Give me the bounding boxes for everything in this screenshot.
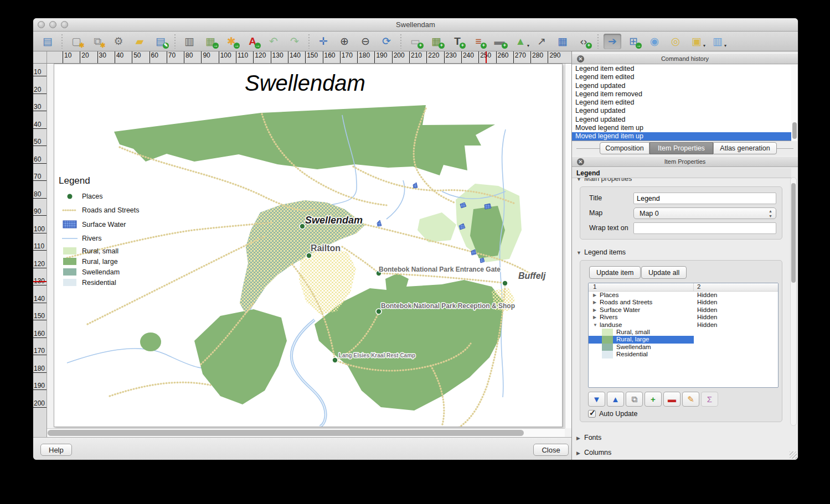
add-shape-icon[interactable]: ▲▾ [512,34,529,49]
update-all-button[interactable]: Update all [641,266,687,279]
h-ruler-tick: 130 [271,51,283,63]
help-button[interactable]: Help [40,444,72,456]
tree-row[interactable]: ▶Roads and StreetsHidden [589,299,778,306]
tree-row[interactable]: ▶Surface WaterHidden [589,306,778,314]
map-select[interactable]: Map 0 ▲▼ [633,207,776,219]
command-history-item[interactable]: Legend item edited [572,65,791,73]
print-icon[interactable]: ▥ [181,34,198,49]
align-items-icon[interactable]: ▥▾ [709,34,726,49]
map-item[interactable]: Swellendam [54,64,562,427]
zoom-out-icon[interactable]: ⊖ [357,34,374,49]
map-legend-item[interactable]: Legend Places Roads and Streets Surface … [59,175,140,287]
export-image-icon[interactable]: ▦→ [202,34,219,49]
count-features-icon[interactable]: Σ [701,392,718,407]
refresh-icon[interactable]: ⟳ [378,34,395,49]
tree-row[interactable]: Rural, small [589,329,778,336]
tree-expander-icon[interactable]: ▼ [589,321,596,329]
canvas-vertical-scrollbar[interactable] [565,64,571,428]
titlebar[interactable]: Swellendam [33,18,798,32]
item-properties-close-icon[interactable]: ✕ [577,158,584,165]
undo-icon[interactable]: ↶ [265,34,282,49]
duplicate-composition-icon[interactable]: ⧉✱ [89,34,106,49]
columns-section-header[interactable]: ▶Columns [576,449,611,456]
edit-item-icon[interactable]: ✎ [682,392,699,407]
move-up-icon[interactable]: ▲ [607,392,624,407]
add-legend-icon[interactable]: ≡+ [470,34,487,49]
select-move-item-icon[interactable]: ➔ [604,34,621,49]
legend-items-section-header[interactable]: ▼Legend items [576,248,626,256]
update-item-button[interactable]: Update item [589,266,641,279]
tree-row[interactable]: ▼landuseHidden [589,321,778,329]
move-down-icon[interactable]: ▼ [588,392,605,407]
ungroup-items-icon[interactable]: ◎ [667,34,684,49]
tree-expander-icon[interactable]: ▶ [589,306,596,314]
paste-item-icon[interactable]: ⧉ [626,392,643,407]
close-button[interactable]: Close [533,444,569,456]
wrap-text-field[interactable] [633,222,776,234]
add-scalebar-icon[interactable]: ▬+ [491,34,508,49]
panel-scroll-thumb[interactable] [791,183,796,283]
command-history-item[interactable]: Moved legend item up [572,124,791,132]
add-map-icon[interactable]: ▭+ [406,34,424,49]
add-label-icon[interactable]: T+ [448,34,466,49]
command-history-scrollbar[interactable] [791,65,797,141]
remove-item-icon[interactable]: ▬ [663,392,681,407]
tree-expander-icon[interactable]: ▶ [589,299,596,306]
panel-scrollbar[interactable] [790,177,797,426]
command-history-item[interactable]: Legend updated [572,116,791,124]
tree-row[interactable]: Rural, large [589,336,778,343]
h-ruler-tick: 60 [149,51,158,63]
tree-row[interactable]: Swellendam [589,344,778,351]
command-history-scroll-thumb[interactable] [792,122,797,139]
tab-item-properties[interactable]: Item Properties [649,142,713,154]
redo-icon[interactable]: ↷ [286,34,303,49]
command-history-item[interactable]: Legend item edited [572,98,791,107]
composition-canvas[interactable]: Swellendam [47,64,571,437]
save-as-template-icon[interactable]: ▤✎ [152,34,169,49]
tab-atlas-generation[interactable]: Atlas generation [713,142,777,154]
tree-expander-icon[interactable]: ▶ [589,292,596,299]
add-html-icon[interactable]: ‹›+ [575,34,592,49]
tab-composition[interactable]: Composition [600,142,649,154]
fonts-section-header[interactable]: ▶Fonts [576,434,601,441]
main-properties-section-header[interactable]: ▼Main properties [576,178,715,184]
legend-items-group: Update item Update all 1 2 ▶PlacesHidden… [580,260,782,422]
auto-update-checkbox[interactable] [588,410,596,418]
canvas-horizontal-scrollbar[interactable] [47,428,565,437]
title-field[interactable] [633,193,776,204]
canvas-hscroll-thumb[interactable] [48,430,524,436]
add-item-icon[interactable]: + [645,392,662,407]
legend-tools: ▼▲⧉+▬✎Σ [588,392,718,407]
label-buffeljachts: Buffelj [518,271,546,280]
raise-items-icon[interactable]: ▣▾ [688,34,705,49]
new-composition-icon[interactable]: ▢✱ [68,34,85,49]
composition-manager-icon[interactable]: ⚙ [110,34,127,49]
add-attribute-table-icon[interactable]: ▦ [554,34,571,49]
export-pdf-icon[interactable]: A→ [244,34,261,49]
add-image-icon[interactable]: ▦+ [427,34,445,49]
export-svg-icon[interactable]: ✱→ [223,34,240,49]
tree-row-col2: Hidden [697,299,717,306]
open-icon[interactable]: ▰ [131,34,148,49]
move-item-content-icon[interactable]: ⊞→ [625,34,642,49]
resize-grip-icon[interactable] [790,451,797,459]
command-history-item[interactable]: Legend item edited [572,73,791,81]
add-arrow-icon[interactable]: ↗ [533,34,550,49]
save-icon[interactable]: ▤ [39,34,56,49]
command-history-item[interactable]: Legend item removed [572,90,791,98]
command-history-item[interactable]: Legend updated [572,107,791,115]
zoom-full-icon[interactable]: ✛ [315,34,332,49]
tree-row[interactable]: ▶PlacesHidden [589,292,778,299]
tree-row[interactable]: ▶RiversHidden [589,314,778,321]
horizontal-ruler[interactable]: 1020304050607080901001101201301401501601… [47,51,571,64]
group-items-icon[interactable]: ◉ [646,34,663,49]
command-history-close-icon[interactable]: ✕ [577,55,584,63]
zoom-in-icon[interactable]: ⊕ [336,34,353,49]
legend-rivers-label: Rivers [82,235,101,242]
tree-expander-icon[interactable]: ▶ [589,314,596,321]
command-history-item[interactable]: Legend updated [572,82,791,90]
command-history-item[interactable]: Moved legend item up [572,132,791,141]
composition-page[interactable]: Swellendam [54,64,563,427]
vertical-ruler[interactable]: 1020304050607080901001101201301401501601… [33,64,47,437]
tree-row[interactable]: Residential [589,351,778,358]
